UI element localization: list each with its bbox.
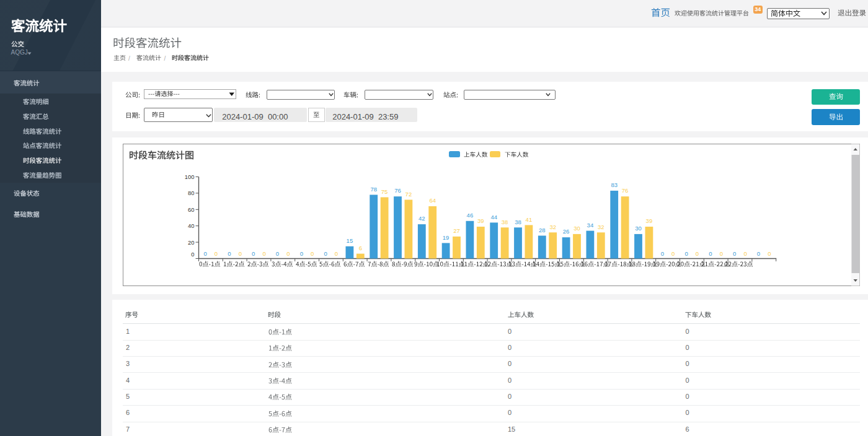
svg-text:34: 34 (587, 222, 593, 229)
svg-text:0: 0 (695, 250, 698, 257)
svg-text:0: 0 (768, 250, 771, 257)
svg-text:30: 30 (574, 225, 580, 232)
svg-text:38: 38 (515, 219, 521, 225)
svg-text:40: 40 (188, 222, 194, 229)
svg-text:0: 0 (238, 250, 241, 257)
svg-text:38: 38 (501, 219, 508, 225)
svg-text:32: 32 (598, 224, 604, 230)
svg-text:15: 15 (346, 237, 353, 244)
svg-text:0: 0 (743, 250, 746, 257)
svg-text:60: 60 (188, 206, 194, 213)
svg-text:75: 75 (381, 188, 388, 195)
svg-text:0: 0 (299, 250, 303, 257)
svg-text:0: 0 (311, 250, 314, 257)
svg-text:46: 46 (466, 212, 473, 219)
svg-text:0: 0 (324, 250, 327, 257)
svg-text:0: 0 (671, 250, 675, 257)
svg-text:6: 6 (358, 245, 361, 251)
svg-text:0: 0 (252, 250, 255, 257)
svg-text:39: 39 (645, 217, 652, 224)
svg-text:0: 0 (660, 250, 663, 257)
svg-text:0: 0 (286, 250, 290, 257)
svg-text:19: 19 (442, 234, 449, 241)
svg-text:32: 32 (549, 224, 556, 230)
svg-text:0: 0 (719, 250, 722, 257)
svg-text:44: 44 (490, 214, 497, 220)
svg-text:39: 39 (477, 217, 484, 224)
svg-text:78: 78 (370, 186, 377, 193)
svg-text:0: 0 (684, 250, 688, 257)
svg-text:20: 20 (188, 239, 194, 246)
svg-text:0: 0 (228, 250, 231, 257)
svg-text:30: 30 (635, 225, 642, 232)
svg-text:76: 76 (621, 187, 628, 194)
svg-text:28: 28 (539, 227, 546, 233)
svg-text:0: 0 (191, 251, 194, 258)
svg-text:100: 100 (184, 173, 194, 180)
svg-text:80: 80 (188, 190, 194, 196)
svg-text:0: 0 (756, 250, 760, 257)
svg-text:41: 41 (525, 216, 532, 223)
svg-text:0: 0 (709, 250, 712, 257)
svg-text:42: 42 (418, 215, 425, 222)
svg-text:26: 26 (562, 228, 569, 235)
svg-text:27: 27 (453, 227, 460, 234)
svg-text:0: 0 (275, 250, 278, 257)
svg-text:0: 0 (733, 250, 736, 257)
svg-text:72: 72 (405, 191, 412, 198)
svg-text:0: 0 (262, 250, 265, 257)
svg-text:0: 0 (203, 250, 206, 257)
svg-text:0: 0 (214, 250, 217, 257)
svg-text:83: 83 (611, 181, 618, 188)
svg-text:64: 64 (429, 197, 436, 204)
svg-text:76: 76 (394, 187, 401, 194)
svg-text:0: 0 (334, 250, 337, 257)
